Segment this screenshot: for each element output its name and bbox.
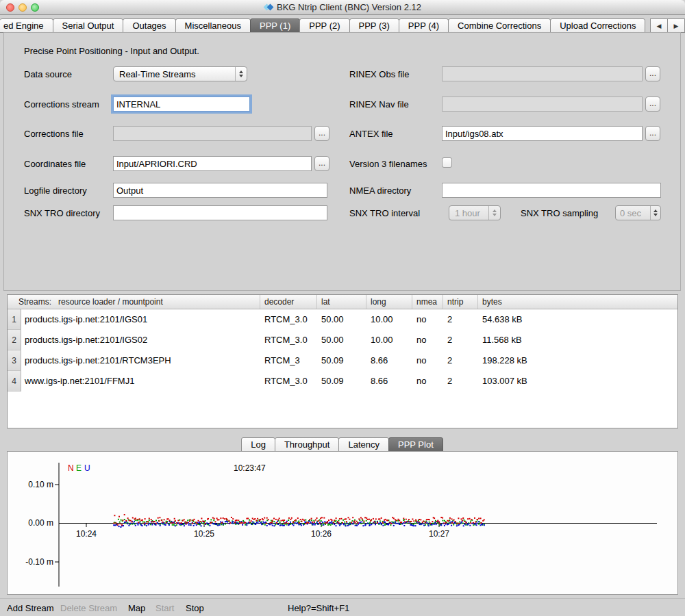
cell-long: 10.00	[366, 309, 412, 330]
help-button[interactable]: Help?=Shift+F1	[288, 603, 349, 613]
table-row[interactable]: 2 products.igs-ip.net:2101/IGS02 RTCM_3.…	[8, 330, 677, 350]
col-header-long[interactable]: long	[366, 295, 412, 309]
snx-tro-interval-label: SNX TRO interval	[349, 208, 420, 218]
coordinates-file-input[interactable]	[113, 156, 312, 171]
legend-n: N	[68, 463, 74, 473]
cell-decoder: RTCM_3.0	[260, 330, 317, 350]
col-header-lat[interactable]: lat	[317, 295, 366, 309]
snx-tro-directory-input[interactable]	[113, 205, 327, 220]
tab-miscellaneous[interactable]: Miscellaneous	[175, 18, 251, 33]
tab-ppp-3[interactable]: PPP (3)	[349, 18, 399, 33]
data-source-select[interactable]: Real-Time Streams	[113, 66, 247, 81]
stop-button[interactable]: Stop	[186, 603, 204, 613]
version3-filenames-label: Version 3 filenames	[349, 159, 427, 169]
cell-mountpoint: products.igs-ip.net:2101/RTCM3EPH	[21, 350, 260, 371]
tab-ppp-plot[interactable]: PPP Plot	[388, 437, 443, 452]
rinex-obs-browse-button[interactable]: ...	[645, 66, 660, 81]
cell-bytes: 103.007 kB	[478, 371, 677, 392]
rinex-nav-browse-button[interactable]: ...	[645, 97, 660, 112]
table-row[interactable]: 4 www.igs-ip.net:2101/FFMJ1 RTCM_3.0 50.…	[8, 371, 677, 392]
cell-bytes: 54.638 kB	[478, 309, 677, 330]
snx-tro-sampling-value: 0 sec	[616, 208, 650, 218]
corrections-file-input	[113, 126, 312, 141]
col-header-ntrip[interactable]: ntrip	[443, 295, 478, 309]
titlebar: BKG Ntrip Client (BNC) Version 2.12	[0, 0, 685, 15]
cell-decoder: RTCM_3.0	[260, 309, 317, 330]
snx-tro-directory-label: SNX TRO directory	[24, 208, 100, 218]
legend-u: U	[84, 463, 90, 473]
antex-file-input[interactable]	[442, 126, 643, 141]
tab-combine-corrections[interactable]: Combine Corrections	[448, 18, 551, 33]
row-number[interactable]: 3	[8, 350, 21, 371]
spinbox-stepper-icon	[650, 206, 660, 220]
snx-tro-sampling-spinbox: 0 sec	[615, 205, 661, 220]
cell-ntrip: 2	[443, 330, 478, 350]
close-button[interactable]	[6, 3, 14, 12]
cell-long: 8.66	[366, 371, 412, 392]
streams-table: Streams: resource loader / mountpoint de…	[7, 294, 678, 428]
combo-arrows-icon	[488, 206, 500, 220]
snx-tro-interval-select: 1 hour	[449, 205, 501, 220]
add-stream-button[interactable]: Add Stream	[7, 603, 54, 613]
cell-nmea: no	[412, 330, 443, 350]
coordinates-file-browse-button[interactable]: ...	[314, 156, 329, 171]
tab-ppp-4[interactable]: PPP (4)	[399, 18, 449, 33]
map-button[interactable]: Map	[128, 603, 145, 613]
tab-outages[interactable]: Outages	[123, 18, 175, 33]
col-header-nmea[interactable]: nmea	[412, 295, 443, 309]
combo-arrows-icon	[235, 67, 247, 81]
col-header-mountpoint[interactable]: Streams: resource loader / mountpoint	[8, 295, 260, 309]
cell-lat: 50.00	[317, 309, 366, 330]
nmea-directory-label: NMEA directory	[349, 185, 411, 196]
cell-decoder: RTCM_3	[260, 350, 317, 371]
row-number[interactable]: 2	[8, 330, 21, 350]
cell-ntrip: 2	[443, 309, 478, 330]
y-tick-label: -0.10 m	[25, 557, 53, 567]
bnc-logo-icon	[264, 3, 273, 12]
data-source-label: Data source	[24, 69, 72, 79]
ppp-plot: 0.10 m 0.00 m -0.10 m 10:24 10:25 10:26 …	[8, 452, 677, 594]
streams-table-header: Streams: resource loader / mountpoint de…	[8, 295, 677, 309]
row-number[interactable]: 1	[8, 309, 21, 330]
tab-latency[interactable]: Latency	[338, 437, 389, 452]
version3-checkbox[interactable]	[442, 157, 452, 168]
col-header-bytes[interactable]: bytes	[478, 295, 677, 309]
nmea-directory-input[interactable]	[442, 183, 661, 198]
cell-bytes: 198.228 kB	[478, 350, 677, 371]
ppp1-heading: Precise Point Positioning - Input and Ou…	[24, 46, 199, 56]
corrections-file-label: Corrections file	[24, 129, 84, 139]
corrections-file-browse-button[interactable]: ...	[314, 126, 329, 141]
tab-log[interactable]: Log	[241, 437, 275, 452]
tab-throughput[interactable]: Throughput	[275, 437, 340, 452]
logfile-directory-input[interactable]	[113, 183, 327, 198]
cell-lat: 50.09	[317, 350, 366, 371]
cell-decoder: RTCM_3.0	[260, 371, 317, 392]
corrections-stream-input[interactable]	[113, 97, 250, 112]
table-row[interactable]: 1 products.igs-ip.net:2101/IGS01 RTCM_3.…	[8, 309, 677, 330]
col-header-decoder[interactable]: decoder	[260, 295, 317, 309]
tab-scroll-left-button[interactable]: ◀	[650, 18, 668, 33]
cell-bytes: 11.568 kB	[478, 330, 677, 350]
antex-browse-button[interactable]: ...	[645, 126, 660, 141]
cell-long: 8.66	[366, 350, 412, 371]
x-tick-label: 10:25	[194, 529, 214, 539]
plot-data-points	[113, 514, 485, 528]
tab-feed-engine[interactable]: ed Engine	[0, 18, 53, 33]
table-row[interactable]: 3 products.igs-ip.net:2101/RTCM3EPH RTCM…	[8, 350, 677, 371]
cell-nmea: no	[412, 371, 443, 392]
tab-ppp-2[interactable]: PPP (2)	[299, 18, 349, 33]
minimize-button[interactable]	[18, 3, 27, 12]
row-number[interactable]: 4	[8, 371, 21, 392]
plot-tab-bar: Log Throughput Latency PPP Plot	[0, 437, 685, 452]
x-tick-label: 10:27	[429, 529, 449, 539]
cell-nmea: no	[412, 309, 443, 330]
tab-serial-output[interactable]: Serial Output	[53, 18, 124, 33]
cell-ntrip: 2	[443, 350, 478, 371]
cell-mountpoint: www.igs-ip.net:2101/FFMJ1	[21, 371, 260, 392]
tab-ppp-1[interactable]: PPP (1)	[250, 18, 300, 33]
zoom-button[interactable]	[31, 3, 39, 12]
x-tick-label: 10:24	[76, 529, 97, 539]
tab-upload-corrections[interactable]: Upload Corrections	[550, 18, 645, 33]
rinex-obs-file-label: RINEX Obs file	[349, 69, 409, 79]
tab-scroll-right-button[interactable]: ▶	[667, 18, 685, 33]
